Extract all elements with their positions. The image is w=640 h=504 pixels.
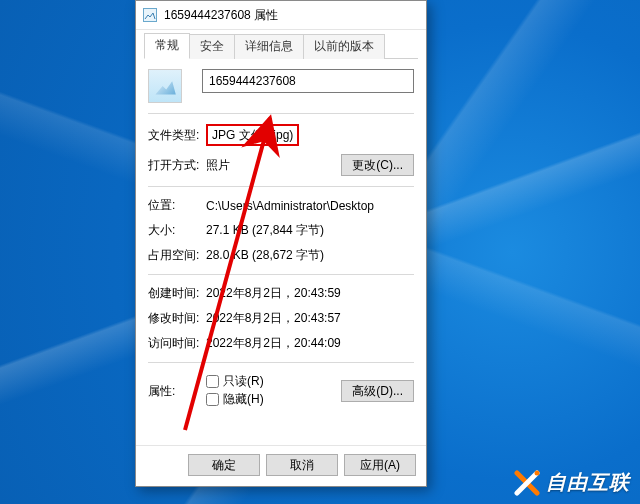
separator (148, 362, 414, 363)
location-row: 位置: C:\Users\Administrator\Desktop (148, 197, 414, 214)
opens-with-label: 打开方式: (148, 157, 206, 174)
tab-previous-versions[interactable]: 以前的版本 (303, 34, 385, 59)
modified-value: 2022年8月2日，20:43:57 (206, 310, 414, 327)
filetype-row: 文件类型: JPG 文件 (.jpg) (148, 124, 414, 146)
location-value: C:\Users\Administrator\Desktop (206, 199, 414, 213)
attributes-value: 只读(R) 隐藏(H) (206, 373, 341, 409)
advanced-button[interactable]: 高级(D)... (341, 380, 414, 402)
size-on-disk-label: 占用空间: (148, 247, 206, 264)
watermark: 自由互联 (514, 469, 630, 496)
ok-button[interactable]: 确定 (188, 454, 260, 476)
filetype-highlight: JPG 文件 (.jpg) (206, 124, 299, 146)
modified-row: 修改时间: 2022年8月2日，20:43:57 (148, 310, 414, 327)
file-thumbnail-icon (148, 69, 182, 103)
titlebar[interactable]: 1659444237608 属性 (136, 1, 426, 30)
tab-details[interactable]: 详细信息 (234, 34, 304, 59)
hidden-label: 隐藏(H) (223, 391, 264, 408)
tabstrip: 常规 安全 详细信息 以前的版本 (144, 36, 418, 59)
accessed-row: 访问时间: 2022年8月2日，20:44:09 (148, 335, 414, 352)
separator (148, 113, 414, 114)
attributes-label: 属性: (148, 383, 206, 400)
opens-with-row: 打开方式: 照片 更改(C)... (148, 154, 414, 176)
tab-body-general: 文件类型: JPG 文件 (.jpg) 打开方式: 照片 更改(C)... 位置… (136, 59, 426, 445)
image-file-icon (142, 7, 158, 23)
hidden-checkbox-wrap[interactable]: 隐藏(H) (206, 391, 264, 408)
button-bar: 确定 取消 应用(A) (136, 445, 426, 486)
readonly-checkbox-wrap[interactable]: 只读(R) (206, 373, 264, 390)
tabs-area: 常规 安全 详细信息 以前的版本 (136, 30, 426, 59)
separator (148, 186, 414, 187)
filetype-value: JPG 文件 (.jpg) (206, 124, 414, 146)
hidden-checkbox[interactable] (206, 393, 219, 406)
filename-input[interactable] (202, 69, 414, 93)
created-label: 创建时间: (148, 285, 206, 302)
watermark-text: 自由互联 (546, 469, 630, 496)
modified-label: 修改时间: (148, 310, 206, 327)
size-on-disk-row: 占用空间: 28.0 KB (28,672 字节) (148, 247, 414, 264)
titlebar-text: 1659444237608 属性 (164, 7, 278, 24)
created-row: 创建时间: 2022年8月2日，20:43:59 (148, 285, 414, 302)
opens-with-value: 照片 (206, 157, 341, 174)
accessed-label: 访问时间: (148, 335, 206, 352)
readonly-checkbox[interactable] (206, 375, 219, 388)
readonly-label: 只读(R) (223, 373, 264, 390)
tab-general[interactable]: 常规 (144, 33, 190, 59)
size-on-disk-value: 28.0 KB (28,672 字节) (206, 247, 414, 264)
watermark-x-icon (514, 470, 540, 496)
tab-security[interactable]: 安全 (189, 34, 235, 59)
filetype-label: 文件类型: (148, 127, 206, 144)
filename-row (148, 69, 414, 103)
size-label: 大小: (148, 222, 206, 239)
svg-rect-0 (144, 9, 157, 22)
svg-point-2 (535, 470, 540, 475)
location-label: 位置: (148, 197, 206, 214)
accessed-value: 2022年8月2日，20:44:09 (206, 335, 414, 352)
created-value: 2022年8月2日，20:43:59 (206, 285, 414, 302)
separator (148, 274, 414, 275)
change-button[interactable]: 更改(C)... (341, 154, 414, 176)
cancel-button[interactable]: 取消 (266, 454, 338, 476)
size-value: 27.1 KB (27,844 字节) (206, 222, 414, 239)
apply-button[interactable]: 应用(A) (344, 454, 416, 476)
attributes-row: 属性: 只读(R) 隐藏(H) 高级(D)... (148, 373, 414, 409)
size-row: 大小: 27.1 KB (27,844 字节) (148, 222, 414, 239)
properties-dialog: 1659444237608 属性 常规 安全 详细信息 以前的版本 文件类型: … (135, 0, 427, 487)
